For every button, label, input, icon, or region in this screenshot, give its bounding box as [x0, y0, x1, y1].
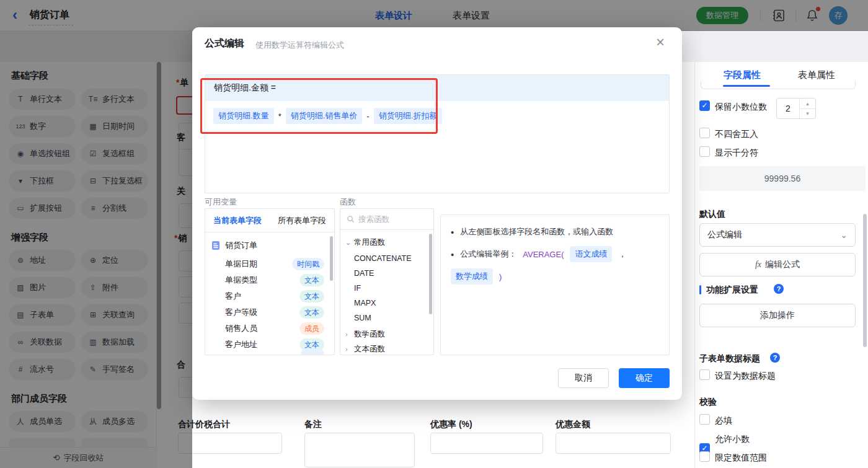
function-search-input[interactable]	[358, 215, 420, 224]
set-data-title-checkbox[interactable]	[699, 369, 710, 380]
example-token-1: 语文成绩	[570, 246, 612, 262]
operator-multiply: *	[278, 112, 281, 121]
type-badge: 文本	[299, 290, 324, 302]
variable-row[interactable]: 客户文本	[205, 288, 334, 304]
close-icon[interactable]: ×	[656, 35, 665, 50]
no-rounding-label: 不四舍五入	[715, 129, 758, 140]
allow-decimal-label: 允许小数	[715, 434, 750, 445]
decimal-places-stepper: 2 ▴ ▾	[776, 98, 816, 119]
variables-panel: 当前表单字段 所有表单字段 销货订单 单据日期时间戳 单据类型文本 客户文本 客…	[205, 208, 335, 355]
function-item[interactable]: CONCATENATE	[340, 251, 433, 266]
edit-formula-button[interactable]: fx 编辑公式	[699, 253, 856, 276]
set-data-title-label: 设置为数据标题	[715, 371, 776, 382]
required-checkbox[interactable]	[699, 414, 710, 425]
function-group-math[interactable]: ›数学函数	[340, 327, 433, 342]
function-group-text[interactable]: ›文本函数	[340, 342, 433, 355]
limit-range-checkbox[interactable]	[699, 451, 710, 462]
subform-data-title-heading: 子表单数据标题	[699, 353, 760, 364]
confirm-button[interactable]: 确定	[619, 368, 670, 388]
chevron-right-icon: ›	[345, 345, 354, 353]
default-value-heading: 默认值	[699, 209, 725, 220]
section-accent-bar	[699, 285, 701, 294]
formula-expression: 销货明细.数量 * 销货明细.销售单价 - 销货明细.折扣额	[213, 108, 442, 124]
type-badge: 时间戳	[292, 258, 324, 270]
input-total[interactable]	[178, 433, 282, 454]
variable-row[interactable]: 单据类型文本	[205, 272, 334, 288]
field-label-discount-rate: 优惠率 (%)	[430, 419, 472, 430]
variables-panel-label: 可用变量	[205, 196, 237, 208]
properties-scrollbar[interactable]	[863, 214, 867, 347]
default-value-select[interactable]: 公式编辑 ⌄	[699, 223, 856, 247]
type-badge: 文本	[299, 306, 324, 319]
help-panel: • 从左侧面板选择字段名和函数，或输入函数 • 公式编辑举例： AVERAGE(…	[440, 214, 670, 355]
cancel-button[interactable]: 取消	[558, 368, 609, 388]
chevron-right-icon: ›	[345, 330, 354, 338]
functions-panel-label: 函数	[340, 196, 356, 208]
example-token-2: 数学成绩	[451, 268, 493, 285]
variables-tabs: 当前表单字段 所有表单字段	[205, 209, 334, 232]
help-question-icon[interactable]: ?	[774, 284, 784, 294]
modal-subtitle: 使用数学运算符编辑公式	[255, 40, 344, 51]
modal-title: 公式编辑	[205, 37, 244, 50]
type-badge: 文本	[299, 274, 324, 286]
field-label-remark: 备注	[304, 419, 322, 430]
search-icon	[347, 215, 355, 223]
no-rounding-checkbox[interactable]	[699, 128, 710, 138]
clipped-badge	[301, 348, 324, 355]
textarea-remark[interactable]	[304, 433, 415, 467]
bullet-icon: •	[451, 249, 454, 260]
field-label-discount-amount: 优惠金额	[556, 419, 590, 430]
app-screen: ‹ 销货订单 表单设计 表单设置 数据管理 存	[0, 0, 868, 468]
help-tip-1: • 从左侧面板选择字段名和函数，或输入函数	[451, 226, 659, 237]
input-discount-rate[interactable]	[430, 433, 543, 454]
tab-current-form-fields[interactable]: 当前表单字段	[213, 215, 262, 226]
formula-token-discount[interactable]: 销货明细.折扣额	[374, 108, 443, 124]
help-question-icon[interactable]: ?	[770, 353, 780, 363]
type-badge: 成员	[299, 322, 324, 335]
chevron-down-icon: ⌄	[840, 230, 848, 240]
variables-scrollbar[interactable]	[330, 236, 333, 281]
functions-scrollbar[interactable]	[429, 234, 432, 314]
chevron-down-icon: ⌄	[345, 239, 354, 247]
tab-field-properties[interactable]: 字段属性	[724, 69, 761, 81]
formula-token-unit-price[interactable]: 销货明细.销售单价	[286, 108, 363, 124]
variable-row[interactable]: 客户等级文本	[205, 304, 334, 320]
required-label: 必填	[715, 415, 732, 426]
modal-backdrop-left	[0, 31, 192, 468]
validation-heading: 校验	[699, 397, 717, 408]
fx-icon: fx	[755, 260, 761, 270]
variables-form-node[interactable]: 销货订单	[205, 237, 334, 254]
stepper-down-icon[interactable]: ▾	[800, 108, 815, 119]
function-item[interactable]: DATE	[340, 266, 433, 281]
variable-row[interactable]: 单据日期时间戳	[205, 256, 334, 272]
help-tip-2: • 公式编辑举例： AVERAGE( 语文成绩 ， 数学成绩 )	[451, 246, 659, 285]
decimal-places-label: 保留小数位数	[715, 102, 767, 113]
example-function-name: AVERAGE(	[523, 250, 564, 259]
bullet-icon: •	[451, 227, 454, 237]
stepper-up-icon[interactable]: ▴	[800, 99, 815, 108]
decimal-places-checkbox[interactable]	[699, 100, 710, 111]
thousand-separator-checkbox[interactable]	[699, 146, 710, 157]
extension-settings-heading: 功能扩展设置	[706, 285, 758, 296]
function-item[interactable]: MAPX	[340, 296, 433, 311]
number-format-preview: 99999.56	[699, 166, 866, 191]
thousand-separator-label: 显示千分符	[715, 148, 758, 159]
formula-token-quantity[interactable]: 销货明细.数量	[213, 108, 274, 124]
function-item[interactable]: SUM	[340, 311, 433, 325]
decimal-places-value[interactable]: 2	[777, 99, 799, 118]
modal-backdrop-top	[0, 0, 868, 31]
example-close-paren: )	[499, 272, 502, 281]
formula-target: 销货明细.金额 =	[205, 75, 669, 101]
function-search	[340, 209, 433, 230]
function-item[interactable]: IF	[340, 281, 433, 296]
operator-minus: -	[366, 112, 369, 121]
limit-range-label: 限定数值范围	[715, 453, 767, 464]
function-group-common[interactable]: ⌄常用函数	[340, 235, 433, 250]
variable-row[interactable]: 销售人员成员	[205, 320, 334, 337]
tab-all-form-fields[interactable]: 所有表单字段	[278, 215, 326, 226]
clipped-input-fragment	[701, 81, 856, 89]
add-action-button[interactable]: 添加操作	[699, 304, 856, 327]
input-discount-amount[interactable]	[556, 433, 671, 454]
functions-panel: ⌄常用函数 CONCATENATE DATE IF MAPX SUM ›数学函数…	[340, 208, 434, 355]
tab-form-properties[interactable]: 表单属性	[798, 69, 835, 81]
